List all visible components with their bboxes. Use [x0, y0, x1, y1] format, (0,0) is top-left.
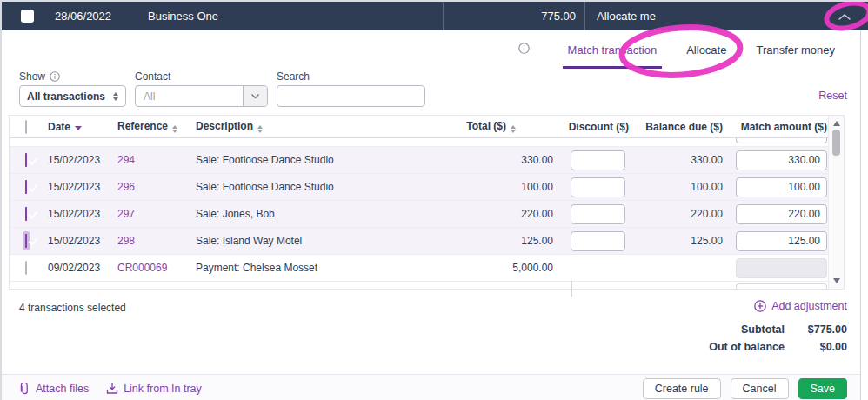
transaction-date: 28/06/2022	[55, 10, 111, 23]
partial-input	[736, 138, 827, 143]
cell-total: 330.00	[404, 154, 571, 166]
cell-balance-due: 100.00	[625, 181, 723, 193]
search-input[interactable]	[289, 90, 424, 103]
action-bar: Attach files Link from In tray Create ru…	[2, 374, 860, 400]
sort-desc-icon	[75, 126, 82, 130]
info-icon[interactable]	[518, 42, 530, 57]
column-header-reference[interactable]: Reference	[117, 120, 196, 133]
column-header-total[interactable]: Total ($)	[404, 120, 516, 133]
row-checkbox[interactable]	[25, 207, 27, 221]
table-row: 15/02/2023 298 Sale: Island Way Motel 12…	[10, 228, 844, 255]
match-amount-input[interactable]	[736, 177, 827, 197]
select-all-checkbox[interactable]	[25, 120, 27, 134]
collapse-chevron-icon[interactable]	[837, 11, 852, 24]
cell-date: 09/02/2023	[48, 262, 117, 274]
create-rule-button[interactable]: Create rule	[643, 378, 721, 399]
match-amount-input[interactable]	[736, 231, 827, 251]
scroll-up-icon[interactable]	[833, 121, 840, 126]
discount-input[interactable]	[571, 204, 625, 224]
cell-description: Sale: Island Way Motel	[196, 235, 404, 247]
discount-input[interactable]	[571, 231, 625, 251]
cell-date: 15/02/2023	[48, 154, 117, 166]
row-checkbox[interactable]	[25, 153, 27, 167]
link-from-in-tray-link[interactable]: Link from In tray	[106, 383, 202, 395]
allocate-me-label: Allocate me	[597, 10, 656, 23]
match-amount-input[interactable]	[736, 150, 827, 170]
transactions-table: Date Reference Description Total ($) Dis…	[9, 115, 845, 290]
cell-balance-due: 125.00	[625, 235, 723, 247]
match-amount-input[interactable]	[736, 204, 827, 224]
column-header-discount: Discount ($)	[516, 121, 629, 133]
sort-icon	[172, 125, 177, 133]
table-header-row: Date Reference Description Total ($) Dis…	[10, 116, 844, 138]
out-of-balance-label: Out of balance	[709, 341, 785, 353]
reset-link[interactable]: Reset	[818, 90, 847, 102]
scrollbar-thumb[interactable]	[832, 130, 840, 156]
info-icon	[50, 71, 60, 82]
table-scrollbar[interactable]	[828, 116, 844, 289]
reference-link[interactable]: 294	[117, 154, 135, 166]
contact-filter-value: All	[136, 90, 243, 103]
row-checkbox-focused[interactable]	[25, 234, 27, 248]
contact-filter-select[interactable]: All	[135, 85, 268, 107]
contact-filter-label: Contact	[135, 70, 170, 83]
partial-input	[736, 283, 827, 290]
cell-total: 5,000.00	[404, 262, 571, 274]
chevron-down-icon[interactable]	[243, 86, 267, 106]
business-name: Business One	[148, 10, 218, 23]
subtotal-value: $775.00	[785, 323, 847, 336]
cell-total: 100.00	[404, 181, 571, 193]
table-row: 15/02/2023 294 Sale: Footloose Dance Stu…	[10, 147, 844, 174]
cancel-button[interactable]: Cancel	[731, 378, 789, 399]
match-panel: Match transaction Allocate Transfer mone…	[2, 30, 861, 400]
discount-input[interactable]	[571, 150, 625, 170]
plus-circle-icon	[754, 300, 766, 312]
row-checkbox[interactable]	[25, 180, 27, 194]
row-checkbox[interactable]	[25, 261, 27, 275]
partial-row-bottom	[10, 282, 844, 289]
table-row: 09/02/2023 CR000069 Payment: Chelsea Mos…	[10, 255, 844, 282]
match-amount-input-disabled	[736, 258, 827, 278]
reference-link[interactable]: 297	[117, 208, 135, 220]
add-adjustment-link[interactable]: Add adjustment	[754, 300, 847, 312]
divider	[443, 2, 444, 30]
tab-transfer-money[interactable]: Transfer money	[751, 30, 840, 69]
tab-bar: Match transaction Allocate Transfer mone…	[518, 30, 840, 69]
tab-allocate[interactable]: Allocate	[681, 30, 731, 69]
show-filter-value: All transactions	[27, 90, 105, 103]
tab-match-transaction[interactable]: Match transaction	[563, 30, 663, 69]
show-filter-label: Show	[19, 70, 60, 83]
cell-balance-due: 220.00	[625, 208, 723, 220]
paperclip-icon	[19, 383, 30, 395]
save-button[interactable]: Save	[798, 378, 848, 399]
column-header-date[interactable]: Date	[48, 121, 117, 133]
transaction-header-bar: 28/06/2022 Business One 775.00 Allocate …	[2, 2, 868, 30]
transaction-checkbox[interactable]	[21, 10, 34, 23]
sort-icon	[257, 125, 263, 133]
selected-count: 4 transactions selected	[19, 302, 126, 314]
match-transaction-screen: 28/06/2022 Business One 775.00 Allocate …	[0, 0, 868, 400]
subtotal-row: Subtotal $775.00	[741, 323, 847, 336]
partial-input	[571, 281, 572, 297]
search-field[interactable]	[277, 85, 425, 107]
divider	[584, 2, 585, 30]
out-of-balance-value: $0.00	[785, 341, 847, 353]
reference-link[interactable]: CR000069	[117, 262, 167, 274]
column-header-description[interactable]: Description	[196, 120, 404, 133]
subtotal-label: Subtotal	[741, 323, 785, 336]
show-filter-select[interactable]: All transactions	[19, 85, 126, 107]
table-row: 15/02/2023 296 Sale: Footloose Dance Stu…	[10, 174, 844, 201]
reference-link[interactable]: 298	[117, 235, 135, 247]
select-updown-icon	[113, 92, 118, 101]
scroll-down-icon[interactable]	[833, 278, 840, 283]
reference-link[interactable]: 296	[117, 181, 135, 193]
discount-input[interactable]	[571, 177, 625, 197]
search-filter-label: Search	[277, 70, 310, 83]
column-header-balance-due: Balance due ($)	[629, 121, 723, 133]
tray-download-icon	[106, 383, 118, 395]
cell-total: 125.00	[404, 235, 571, 247]
transaction-amount: 775.00	[541, 10, 576, 23]
attach-files-link[interactable]: Attach files	[19, 383, 89, 395]
cell-description: Sale: Footloose Dance Studio	[196, 181, 404, 193]
cell-date: 15/02/2023	[48, 208, 117, 220]
